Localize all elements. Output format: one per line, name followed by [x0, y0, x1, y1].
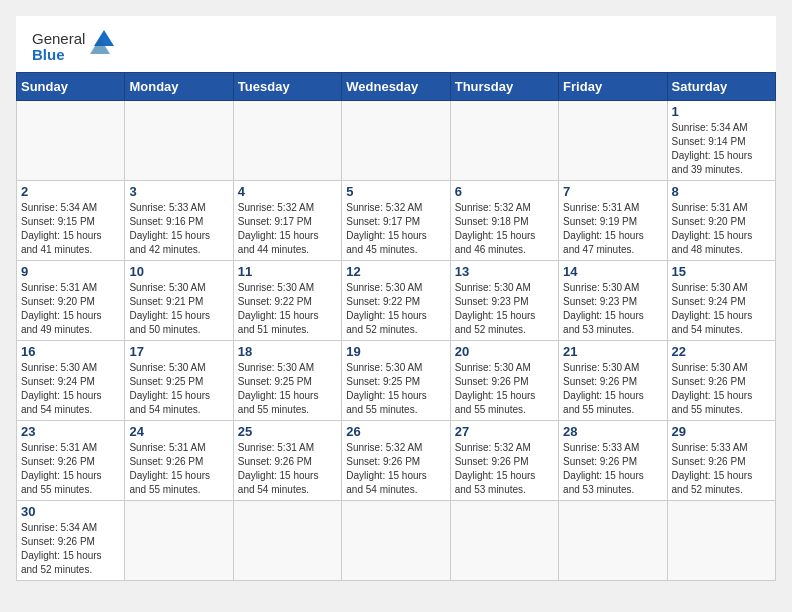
day-info: Sunrise: 5:31 AM Sunset: 9:26 PM Dayligh…	[238, 441, 337, 497]
day-info: Sunrise: 5:32 AM Sunset: 9:26 PM Dayligh…	[346, 441, 445, 497]
day-number: 8	[672, 184, 771, 199]
calendar-cell: 1Sunrise: 5:34 AM Sunset: 9:14 PM Daylig…	[667, 101, 775, 181]
day-number: 15	[672, 264, 771, 279]
calendar-cell	[450, 501, 558, 581]
calendar-cell	[233, 501, 341, 581]
calendar-cell	[667, 501, 775, 581]
calendar-cell: 13Sunrise: 5:30 AM Sunset: 9:23 PM Dayli…	[450, 261, 558, 341]
calendar-cell	[125, 501, 233, 581]
day-number: 30	[21, 504, 120, 519]
week-row-6: 30Sunrise: 5:34 AM Sunset: 9:26 PM Dayli…	[17, 501, 776, 581]
day-info: Sunrise: 5:33 AM Sunset: 9:26 PM Dayligh…	[672, 441, 771, 497]
day-info: Sunrise: 5:32 AM Sunset: 9:26 PM Dayligh…	[455, 441, 554, 497]
day-info: Sunrise: 5:30 AM Sunset: 9:21 PM Dayligh…	[129, 281, 228, 337]
week-row-2: 2Sunrise: 5:34 AM Sunset: 9:15 PM Daylig…	[17, 181, 776, 261]
header: General Blue	[16, 16, 776, 72]
day-number: 22	[672, 344, 771, 359]
day-info: Sunrise: 5:34 AM Sunset: 9:26 PM Dayligh…	[21, 521, 120, 577]
calendar-cell: 25Sunrise: 5:31 AM Sunset: 9:26 PM Dayli…	[233, 421, 341, 501]
calendar-cell	[342, 501, 450, 581]
weekday-header-thursday: Thursday	[450, 73, 558, 101]
day-info: Sunrise: 5:31 AM Sunset: 9:20 PM Dayligh…	[672, 201, 771, 257]
calendar-cell	[559, 501, 667, 581]
calendar-cell	[233, 101, 341, 181]
calendar-cell: 14Sunrise: 5:30 AM Sunset: 9:23 PM Dayli…	[559, 261, 667, 341]
calendar-table: SundayMondayTuesdayWednesdayThursdayFrid…	[16, 72, 776, 581]
calendar-cell: 5Sunrise: 5:32 AM Sunset: 9:17 PM Daylig…	[342, 181, 450, 261]
calendar-cell: 23Sunrise: 5:31 AM Sunset: 9:26 PM Dayli…	[17, 421, 125, 501]
calendar-cell: 11Sunrise: 5:30 AM Sunset: 9:22 PM Dayli…	[233, 261, 341, 341]
calendar-page: General Blue SundayMondayTuesdayWednesda…	[16, 16, 776, 581]
calendar-cell: 15Sunrise: 5:30 AM Sunset: 9:24 PM Dayli…	[667, 261, 775, 341]
day-info: Sunrise: 5:33 AM Sunset: 9:16 PM Dayligh…	[129, 201, 228, 257]
day-number: 26	[346, 424, 445, 439]
weekday-header-tuesday: Tuesday	[233, 73, 341, 101]
day-info: Sunrise: 5:30 AM Sunset: 9:26 PM Dayligh…	[672, 361, 771, 417]
day-info: Sunrise: 5:32 AM Sunset: 9:18 PM Dayligh…	[455, 201, 554, 257]
calendar-cell: 17Sunrise: 5:30 AM Sunset: 9:25 PM Dayli…	[125, 341, 233, 421]
calendar-cell: 6Sunrise: 5:32 AM Sunset: 9:18 PM Daylig…	[450, 181, 558, 261]
day-number: 28	[563, 424, 662, 439]
day-number: 10	[129, 264, 228, 279]
calendar-cell	[342, 101, 450, 181]
calendar-cell: 26Sunrise: 5:32 AM Sunset: 9:26 PM Dayli…	[342, 421, 450, 501]
day-info: Sunrise: 5:30 AM Sunset: 9:26 PM Dayligh…	[455, 361, 554, 417]
calendar-cell: 9Sunrise: 5:31 AM Sunset: 9:20 PM Daylig…	[17, 261, 125, 341]
day-info: Sunrise: 5:30 AM Sunset: 9:24 PM Dayligh…	[672, 281, 771, 337]
week-row-3: 9Sunrise: 5:31 AM Sunset: 9:20 PM Daylig…	[17, 261, 776, 341]
day-info: Sunrise: 5:31 AM Sunset: 9:26 PM Dayligh…	[21, 441, 120, 497]
weekday-header-saturday: Saturday	[667, 73, 775, 101]
day-number: 23	[21, 424, 120, 439]
generalblue-logo-icon: General Blue	[32, 28, 122, 64]
day-info: Sunrise: 5:31 AM Sunset: 9:20 PM Dayligh…	[21, 281, 120, 337]
day-info: Sunrise: 5:34 AM Sunset: 9:15 PM Dayligh…	[21, 201, 120, 257]
day-info: Sunrise: 5:30 AM Sunset: 9:25 PM Dayligh…	[129, 361, 228, 417]
day-info: Sunrise: 5:31 AM Sunset: 9:26 PM Dayligh…	[129, 441, 228, 497]
day-info: Sunrise: 5:30 AM Sunset: 9:23 PM Dayligh…	[455, 281, 554, 337]
day-number: 14	[563, 264, 662, 279]
day-info: Sunrise: 5:30 AM Sunset: 9:24 PM Dayligh…	[21, 361, 120, 417]
calendar-cell: 18Sunrise: 5:30 AM Sunset: 9:25 PM Dayli…	[233, 341, 341, 421]
day-number: 7	[563, 184, 662, 199]
day-info: Sunrise: 5:31 AM Sunset: 9:19 PM Dayligh…	[563, 201, 662, 257]
day-info: Sunrise: 5:30 AM Sunset: 9:26 PM Dayligh…	[563, 361, 662, 417]
calendar-cell: 22Sunrise: 5:30 AM Sunset: 9:26 PM Dayli…	[667, 341, 775, 421]
calendar-cell: 8Sunrise: 5:31 AM Sunset: 9:20 PM Daylig…	[667, 181, 775, 261]
day-info: Sunrise: 5:32 AM Sunset: 9:17 PM Dayligh…	[238, 201, 337, 257]
day-number: 4	[238, 184, 337, 199]
calendar-cell	[125, 101, 233, 181]
calendar-cell: 30Sunrise: 5:34 AM Sunset: 9:26 PM Dayli…	[17, 501, 125, 581]
day-number: 21	[563, 344, 662, 359]
weekday-header-wednesday: Wednesday	[342, 73, 450, 101]
calendar-cell: 10Sunrise: 5:30 AM Sunset: 9:21 PM Dayli…	[125, 261, 233, 341]
calendar-cell	[17, 101, 125, 181]
day-info: Sunrise: 5:30 AM Sunset: 9:23 PM Dayligh…	[563, 281, 662, 337]
calendar-cell: 28Sunrise: 5:33 AM Sunset: 9:26 PM Dayli…	[559, 421, 667, 501]
weekday-header-monday: Monday	[125, 73, 233, 101]
calendar-cell: 29Sunrise: 5:33 AM Sunset: 9:26 PM Dayli…	[667, 421, 775, 501]
calendar-cell: 20Sunrise: 5:30 AM Sunset: 9:26 PM Dayli…	[450, 341, 558, 421]
weekday-header-friday: Friday	[559, 73, 667, 101]
calendar-cell: 24Sunrise: 5:31 AM Sunset: 9:26 PM Dayli…	[125, 421, 233, 501]
day-number: 16	[21, 344, 120, 359]
day-number: 1	[672, 104, 771, 119]
day-info: Sunrise: 5:34 AM Sunset: 9:14 PM Dayligh…	[672, 121, 771, 177]
day-number: 5	[346, 184, 445, 199]
day-number: 2	[21, 184, 120, 199]
calendar-cell: 4Sunrise: 5:32 AM Sunset: 9:17 PM Daylig…	[233, 181, 341, 261]
day-number: 18	[238, 344, 337, 359]
day-number: 6	[455, 184, 554, 199]
weekday-header-row: SundayMondayTuesdayWednesdayThursdayFrid…	[17, 73, 776, 101]
day-number: 19	[346, 344, 445, 359]
week-row-5: 23Sunrise: 5:31 AM Sunset: 9:26 PM Dayli…	[17, 421, 776, 501]
calendar-cell: 19Sunrise: 5:30 AM Sunset: 9:25 PM Dayli…	[342, 341, 450, 421]
day-number: 29	[672, 424, 771, 439]
weekday-header-sunday: Sunday	[17, 73, 125, 101]
calendar-cell: 2Sunrise: 5:34 AM Sunset: 9:15 PM Daylig…	[17, 181, 125, 261]
calendar-cell	[450, 101, 558, 181]
calendar-cell: 3Sunrise: 5:33 AM Sunset: 9:16 PM Daylig…	[125, 181, 233, 261]
day-number: 24	[129, 424, 228, 439]
day-number: 17	[129, 344, 228, 359]
day-number: 13	[455, 264, 554, 279]
calendar-cell: 27Sunrise: 5:32 AM Sunset: 9:26 PM Dayli…	[450, 421, 558, 501]
